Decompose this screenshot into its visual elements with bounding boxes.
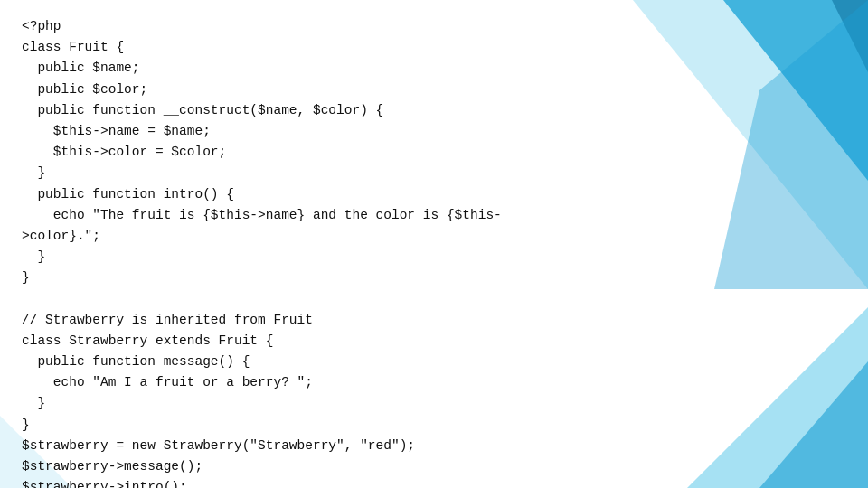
svg-marker-2: [633, 0, 868, 289]
code-block: <?php class Fruit { public $name; public…: [22, 16, 575, 488]
bg-decoration-top-right: [579, 0, 868, 289]
svg-marker-3: [714, 0, 868, 289]
svg-marker-4: [687, 307, 868, 488]
svg-marker-0: [723, 0, 868, 181]
svg-marker-1: [832, 0, 868, 72]
bg-decoration-bottom-right: [687, 307, 868, 488]
code-container: <?php class Fruit { public $name; public…: [0, 0, 597, 488]
svg-marker-5: [760, 361, 868, 488]
